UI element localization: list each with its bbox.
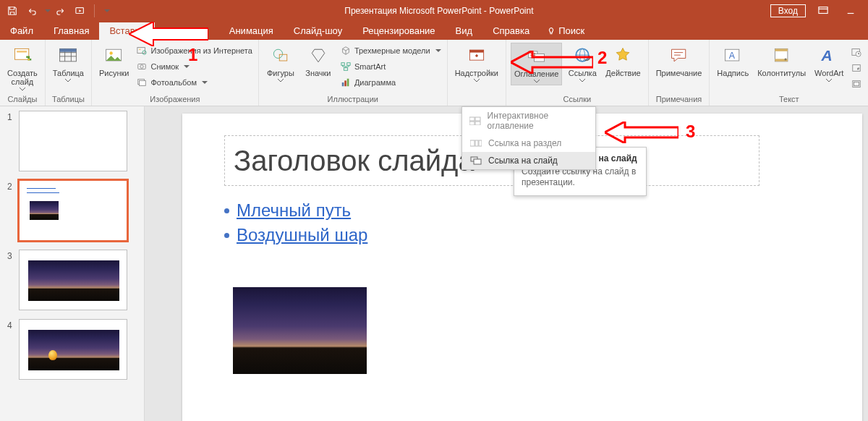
thumb-slide-2[interactable]: 2 (7, 180, 137, 241)
svg-rect-47 (469, 122, 475, 125)
smartart-button[interactable]: SmartArt (339, 60, 443, 73)
save-icon[interactable] (6, 4, 19, 17)
tab-review[interactable]: Рецензирование (352, 22, 445, 40)
svg-rect-53 (474, 159, 481, 164)
group-comments-label: Примечания (649, 95, 710, 106)
group-images-label: Изображения (92, 95, 258, 106)
title-bar: Презентация Microsoft PowerPoint - Power… (0, 0, 868, 22)
group-slides-label: Слайды (0, 95, 45, 106)
qat-customize-icon[interactable] (102, 4, 109, 17)
chart-button[interactable]: Диаграмма (339, 76, 443, 89)
zoom-toc-icon (525, 45, 548, 68)
menu-interactive-toc[interactable]: Интерактивное оглавление (462, 107, 595, 135)
pictures-button[interactable]: Рисунки (96, 43, 132, 79)
undo-more-icon[interactable] (43, 4, 49, 17)
thumb-slide-1[interactable]: 1 (7, 111, 137, 171)
section-zoom-icon (469, 138, 482, 148)
menu-slide-link[interactable]: Ссылка на слайд (462, 152, 595, 169)
tab-insert[interactable]: Вставка (99, 22, 154, 40)
thumb-number: 3 (7, 250, 14, 310)
shapes-button[interactable]: Фигуры (263, 43, 298, 84)
new-slide-icon (11, 44, 34, 67)
svg-point-4 (27, 59, 30, 61)
group-text: A Надпись # Колонтитулы A WordArt # Текс… (710, 40, 868, 106)
ribbon-display-icon[interactable] (813, 4, 833, 18)
table-button[interactable]: Таблица (50, 43, 87, 84)
slide-zoom-icon (469, 156, 482, 166)
header-footer-icon: # (770, 44, 793, 67)
chart-label: Диаграмма (354, 78, 396, 87)
inserted-picture[interactable] (233, 287, 367, 374)
slide-number-icon: # (851, 62, 862, 74)
thumb-slide-4[interactable]: 4 (7, 319, 137, 380)
group-tables: Таблица Таблицы (46, 40, 92, 106)
group-images: Рисунки Изображения из Интернета Снимок … (92, 40, 259, 106)
screenshot-button[interactable]: Снимок (135, 60, 253, 73)
date-time-button[interactable] (849, 46, 864, 59)
svg-rect-3 (17, 51, 27, 53)
thumb-slide-3[interactable]: 3 (7, 250, 137, 310)
svg-rect-6 (60, 48, 77, 51)
lightbulb-icon (547, 27, 556, 35)
pictures-label: Рисунки (99, 69, 129, 77)
comment-label: Примечание (656, 69, 702, 77)
start-from-beginning-icon[interactable] (74, 4, 87, 17)
chevron-down-icon (534, 80, 540, 83)
tab-view[interactable]: Вид (446, 22, 483, 40)
hyperlink-1[interactable]: Млечный путь (237, 200, 351, 221)
svg-rect-33 (775, 48, 788, 51)
3d-models-button[interactable]: Трехмерные модели (339, 44, 443, 57)
svg-rect-27 (534, 54, 544, 62)
tab-file[interactable]: Файл (0, 22, 43, 40)
slide-number-button[interactable]: # (849, 61, 864, 75)
online-pictures-icon (136, 45, 148, 56)
wordart-button[interactable]: A WordArt (812, 43, 846, 84)
addins-button[interactable]: Надстройки (452, 43, 501, 84)
svg-text:A: A (729, 51, 736, 61)
toc-label: Оглавление (514, 69, 558, 78)
object-button[interactable] (849, 77, 864, 90)
tab-slideshow[interactable]: Слайд-шоу (284, 22, 352, 40)
slide-thumbnail-pane[interactable]: 1 2 3 4 (0, 106, 145, 421)
svg-rect-51 (479, 140, 482, 146)
svg-rect-48 (475, 122, 480, 125)
undo-icon[interactable] (25, 4, 38, 17)
textbox-label: Надпись (717, 69, 749, 77)
link-button[interactable]: Ссылка (565, 43, 600, 84)
hyperlink-2[interactable]: Воздушный шар (237, 225, 367, 245)
summary-zoom-icon (469, 116, 482, 126)
thumb-number: 2 (7, 180, 14, 241)
icons-button[interactable]: Значки (301, 43, 336, 79)
group-slides: Создать слайд Слайды (0, 40, 46, 106)
group-comments: Примечание Примечания (649, 40, 710, 106)
svg-rect-18 (341, 63, 344, 66)
table-of-contents-button[interactable]: Оглавление (511, 43, 562, 85)
new-slide-button[interactable]: Создать слайд (4, 43, 41, 93)
tab-animations[interactable]: Анимация (219, 22, 284, 40)
group-links-label: Ссылки (506, 95, 648, 106)
chevron-down-icon (65, 79, 71, 82)
action-button[interactable]: Действие (603, 43, 643, 79)
sign-in-button[interactable]: Вход (770, 4, 806, 17)
tab-transitions[interactable]: Переходы (155, 22, 219, 40)
photo-album-button[interactable]: Фотоальбом (135, 76, 253, 89)
redo-icon[interactable] (55, 4, 68, 17)
online-pictures-button[interactable]: Изображения из Интернета (135, 44, 253, 57)
comment-button[interactable]: Примечание (653, 43, 705, 79)
menu-section-link[interactable]: Ссылка на раздел (462, 135, 595, 152)
action-icon (611, 44, 634, 67)
menu-interactive-toc-label: Интерактивное оглавление (488, 111, 589, 131)
header-footer-button[interactable]: # Колонтитулы (754, 43, 809, 79)
textbox-button[interactable]: A Надпись (714, 43, 752, 79)
action-label: Действие (605, 69, 640, 77)
svg-rect-42 (854, 82, 859, 85)
svg-rect-1 (819, 7, 827, 14)
content-placeholder[interactable]: Млечный путь Воздушный шар (224, 200, 760, 250)
minimize-icon[interactable] (841, 4, 861, 18)
tab-help[interactable]: Справка (482, 22, 540, 40)
list-item: Воздушный шар (224, 225, 760, 245)
shapes-label: Фигуры (267, 69, 294, 77)
toc-dropdown-menu: Интерактивное оглавление Ссылка на разде… (461, 106, 596, 170)
tell-me-search[interactable]: Поиск (540, 22, 592, 40)
tab-home[interactable]: Главная (43, 22, 99, 40)
